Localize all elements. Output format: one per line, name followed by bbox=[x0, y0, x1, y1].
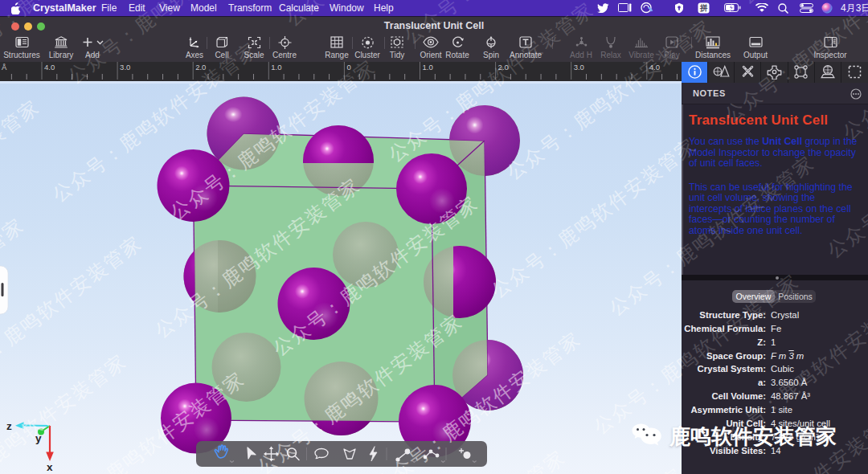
svg-text:Å: Å bbox=[2, 63, 7, 72]
svg-text:x: x bbox=[47, 461, 53, 473]
svg-text:4.0: 4.0 bbox=[649, 63, 660, 72]
svg-text:4.0: 4.0 bbox=[44, 63, 55, 72]
svg-text:2.0: 2.0 bbox=[195, 63, 206, 72]
svg-text:3.0: 3.0 bbox=[120, 63, 130, 72]
svg-text:1.0: 1.0 bbox=[423, 63, 433, 72]
svg-text:0: 0 bbox=[346, 63, 350, 72]
svg-text:2.0: 2.0 bbox=[498, 63, 509, 72]
svg-text:z: z bbox=[6, 420, 12, 432]
svg-text:1.0: 1.0 bbox=[271, 63, 281, 72]
svg-text:3.0: 3.0 bbox=[574, 63, 584, 72]
svg-text:y: y bbox=[35, 432, 42, 444]
svg-text:拼: 拼 bbox=[699, 3, 708, 12]
